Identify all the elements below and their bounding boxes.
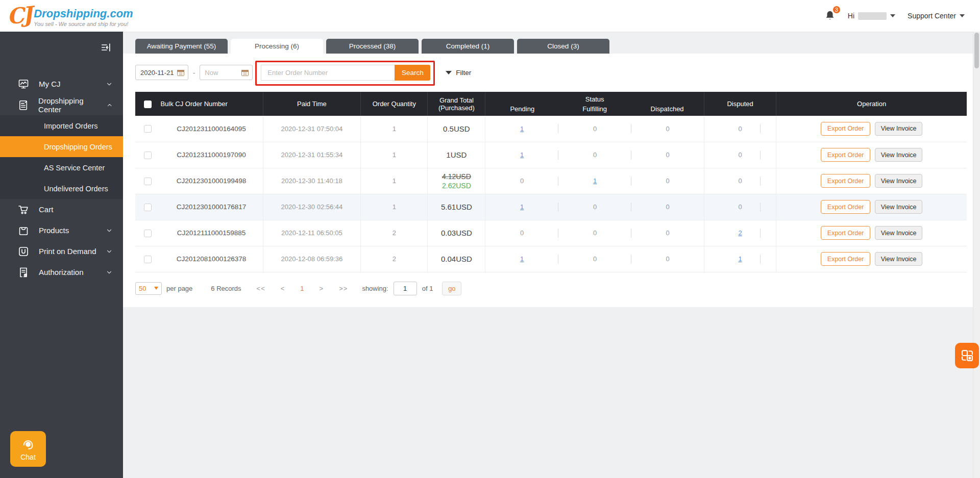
fulfilling-cell: 0 <box>558 246 631 272</box>
view-invoice-button[interactable]: View Invoice <box>875 122 922 136</box>
first-page-button[interactable]: << <box>257 285 265 292</box>
sidebar-item-authorization[interactable]: Authorization <box>0 262 123 283</box>
pending-link[interactable]: 1 <box>520 255 524 263</box>
table-row: CJ20123010001994982020-12-30 11:40:1814.… <box>135 168 967 194</box>
operation-cell: Export OrderView Invoice <box>776 116 967 142</box>
view-invoice-button[interactable]: View Invoice <box>875 226 922 240</box>
fulfilling-cell: 0 <box>558 220 631 246</box>
sidebar-item-label: Products <box>39 226 69 235</box>
view-invoice-button[interactable]: View Invoice <box>875 252 922 266</box>
pending-value: 0 <box>520 177 524 185</box>
per-page-select[interactable]: 50 <box>135 282 162 295</box>
view-invoice-button[interactable]: View Invoice <box>875 200 922 214</box>
sidebar-item-print-on-demand[interactable]: Print on Demand <box>0 241 123 262</box>
row-checkbox[interactable] <box>144 178 152 185</box>
vertical-scrollbar-thumb[interactable] <box>974 33 979 68</box>
pending-link[interactable]: 1 <box>520 125 524 133</box>
tab-closed-3[interactable]: Closed (3) <box>517 39 609 54</box>
select-all-checkbox[interactable] <box>144 100 152 108</box>
date-to-input[interactable]: Now <box>200 65 253 80</box>
chevron-up-icon <box>106 102 113 109</box>
order-quantity-cell: 1 <box>361 194 428 220</box>
go-button[interactable]: go <box>442 282 461 295</box>
header-order-number: Bulk CJ Order Number <box>160 92 263 116</box>
view-invoice-button[interactable]: View Invoice <box>875 148 922 162</box>
grand-total-value: 1USD <box>428 150 484 159</box>
greeting-label: Hi <box>848 12 854 20</box>
chevron-down-icon <box>960 14 965 17</box>
current-page[interactable]: 1 <box>300 285 304 292</box>
search-button[interactable]: Search <box>395 65 430 81</box>
row-checkbox[interactable] <box>144 256 152 263</box>
disputed-link[interactable]: 1 <box>739 255 742 263</box>
sidebar-item-products[interactable]: Products <box>0 220 123 241</box>
date-from-value: 2020-11-21 <box>140 69 174 77</box>
export-order-button[interactable]: Export Order <box>821 200 870 214</box>
row-checkbox[interactable] <box>144 230 152 237</box>
tab-processed-38[interactable]: Processed (38) <box>326 39 419 54</box>
order-number-cell: CJ2012311000197090 <box>160 142 263 168</box>
export-order-button[interactable]: Export Order <box>821 174 870 188</box>
sidebar-subitem-dropshipping-orders[interactable]: Dropshipping Orders <box>0 136 123 157</box>
next-page-button[interactable]: > <box>320 285 324 292</box>
dropshipping-center-icon <box>17 99 29 111</box>
tab-awaiting-payment-55[interactable]: Awaiting Payment (55) <box>135 39 228 54</box>
pending-link[interactable]: 1 <box>520 151 524 159</box>
header-operation: Operation <box>776 92 967 116</box>
fulfilling-value: 0 <box>593 255 597 263</box>
sidebar-item-cart[interactable]: Cart <box>0 199 123 220</box>
sidebar-subitem-imported-orders[interactable]: Imported Orders <box>0 115 123 136</box>
dispatched-cell: 0 <box>631 142 704 168</box>
sidebar-subitem-undelivered-orders[interactable]: Undelivered Orders <box>0 178 123 199</box>
export-order-button[interactable]: Export Order <box>821 226 870 240</box>
chevron-down-icon <box>106 248 113 255</box>
fulfilling-cell: 1 <box>558 168 631 194</box>
chat-button[interactable]: Chat <box>10 431 46 467</box>
page-number-input[interactable] <box>394 282 417 295</box>
chevron-down-icon <box>106 269 113 276</box>
chevron-down-icon <box>890 14 895 17</box>
chevron-down-icon <box>106 227 113 234</box>
export-order-button[interactable]: Export Order <box>821 252 870 266</box>
fulfilling-link[interactable]: 1 <box>593 177 597 185</box>
header-paid-time: Paid Time <box>263 92 361 116</box>
paid-time-cell: 2020-12-08 06:59:36 <box>263 246 361 272</box>
tabs: Awaiting Payment (55)Processing (6)Proce… <box>135 39 980 54</box>
vertical-scrollbar-track <box>973 32 980 478</box>
pending-link[interactable]: 1 <box>520 203 524 211</box>
sidebar: My CJDropshipping CenterImported OrdersD… <box>0 32 123 478</box>
date-from-input[interactable]: 2020-11-21 <box>135 65 188 80</box>
order-number-input[interactable] <box>261 65 395 81</box>
user-menu[interactable]: Hi <box>848 12 895 20</box>
bell-icon <box>824 15 836 23</box>
row-checkbox[interactable] <box>144 152 152 159</box>
row-checkbox[interactable] <box>144 204 152 211</box>
per-page-value: 50 <box>139 285 146 292</box>
export-order-button[interactable]: Export Order <box>821 122 870 136</box>
view-invoice-button[interactable]: View Invoice <box>875 174 922 188</box>
export-order-button[interactable]: Export Order <box>821 148 870 162</box>
pending-cell: 1 <box>485 194 558 220</box>
prev-page-button[interactable]: < <box>281 285 285 292</box>
top-header: CJ Dropshipping.com You sell - We source… <box>0 0 980 32</box>
sidebar-item-my-cj[interactable]: My CJ <box>0 73 123 94</box>
tab-completed-1[interactable]: Completed (1) <box>422 39 514 54</box>
row-checkbox[interactable] <box>144 125 152 133</box>
fulfilling-value: 0 <box>593 203 597 211</box>
tab-processing-6[interactable]: Processing (6) <box>231 39 323 54</box>
print-on-demand-icon <box>17 245 30 258</box>
pagination: 50 per page 6 Records << < 1 > >> showin… <box>135 282 967 295</box>
support-center-menu[interactable]: Support Center <box>908 12 965 20</box>
sidebar-item-dropshipping-center[interactable]: Dropshipping Center <box>0 94 123 115</box>
last-page-button[interactable]: >> <box>339 285 348 292</box>
floating-sync-button[interactable] <box>955 343 979 368</box>
notifications-button[interactable]: 3 <box>824 10 836 22</box>
filter-toggle[interactable]: Filter <box>446 69 471 77</box>
disputed-link[interactable]: 2 <box>739 229 742 237</box>
cj-dropshipping-logo[interactable]: CJ Dropshipping.com You sell - We source… <box>7 5 133 27</box>
collapse-sidebar-icon[interactable] <box>101 42 112 53</box>
records-count: 6 Records <box>211 285 241 292</box>
order-number-cell: CJ2012081000126378 <box>160 246 263 272</box>
sidebar-subitem-as-service-center[interactable]: AS Service Center <box>0 157 123 178</box>
disputed-cell: 0 <box>704 194 776 220</box>
